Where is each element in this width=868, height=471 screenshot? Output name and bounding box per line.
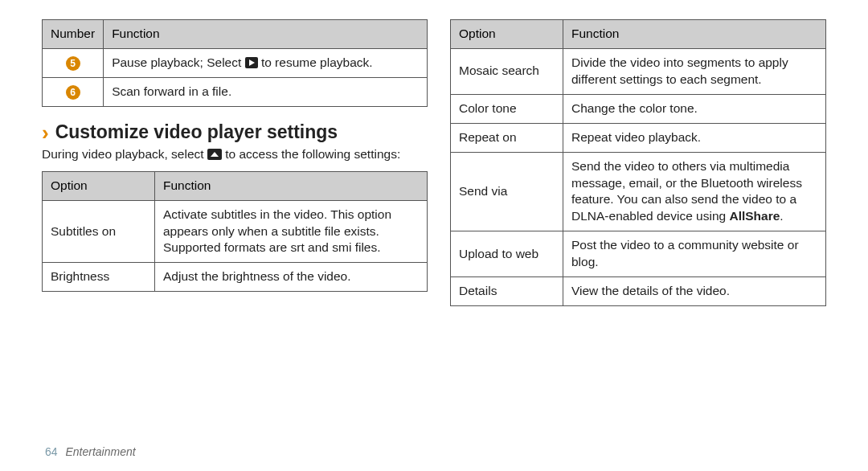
table-row: Brightness Adjust the brightness of the … <box>43 263 428 292</box>
function-cell: Divide the video into segments to apply … <box>563 48 826 94</box>
number-badge-5: 5 <box>66 56 80 71</box>
option-cell: Color tone <box>451 94 563 123</box>
tableB-header-function: Function <box>155 171 428 200</box>
option-cell: Send via <box>451 152 563 231</box>
tableC-header-option: Option <box>451 20 563 49</box>
function-cell: Pause playback; Select to resume playbac… <box>104 48 428 77</box>
table-row: Repeat on Repeat video playback. <box>451 123 826 152</box>
option-cell: Details <box>451 277 563 306</box>
function-cell: Activate subtitles in the video. This op… <box>155 200 428 263</box>
tableA-header-number: Number <box>43 20 104 49</box>
function-cell: Repeat video playback. <box>563 123 826 152</box>
option-cell: Upload to web <box>451 231 563 277</box>
function-cell: Adjust the brightness of the video. <box>155 263 428 292</box>
section-name: Entertainment <box>65 445 135 458</box>
section-heading: › Customize video player settings <box>42 121 428 143</box>
option-cell: Brightness <box>43 263 155 292</box>
tableB-header-option: Option <box>43 171 155 200</box>
tableA-header-function: Function <box>104 20 428 49</box>
page-footer: 64 Entertainment <box>45 445 136 458</box>
table-row: Send via Send the video to others via mu… <box>451 152 826 231</box>
option-function-table-right: Option Function Mosaic search Divide the… <box>450 19 826 306</box>
table-row: Subtitles on Activate subtitles in the v… <box>43 200 428 263</box>
section-lede: During video playback, select to access … <box>42 146 428 163</box>
play-icon <box>245 57 258 68</box>
option-function-table-left: Option Function Subtitles on Activate su… <box>42 171 428 293</box>
function-cell: Post the video to a community website or… <box>563 231 826 277</box>
option-cell: Subtitles on <box>43 200 155 263</box>
tableC-header-function: Function <box>563 20 826 49</box>
function-cell: View the details of the video. <box>563 277 826 306</box>
function-cell: Send the video to others via multimedia … <box>563 152 826 231</box>
number-function-table: Number Function 5 Pause playback; Select… <box>42 19 428 107</box>
table-row: Color tone Change the color tone. <box>451 94 826 123</box>
number-badge-6: 6 <box>66 85 80 100</box>
page: Number Function 5 Pause playback; Select… <box>0 0 868 471</box>
menu-icon <box>207 149 222 160</box>
table-row: Upload to web Post the video to a commun… <box>451 231 826 277</box>
left-column: Number Function 5 Pause playback; Select… <box>35 19 434 471</box>
option-cell: Repeat on <box>451 123 563 152</box>
table-row: Mosaic search Divide the video into segm… <box>451 48 826 94</box>
function-cell: Scan forward in a file. <box>104 77 428 106</box>
chevron-icon: › <box>42 122 49 143</box>
section-title: Customize video player settings <box>55 121 338 143</box>
page-number: 64 <box>45 445 58 458</box>
table-row: 6 Scan forward in a file. <box>43 77 428 106</box>
allshare-bold: AllShare <box>729 209 780 223</box>
option-cell: Mosaic search <box>451 48 563 94</box>
function-cell: Change the color tone. <box>563 94 826 123</box>
table-row: 5 Pause playback; Select to resume playb… <box>43 48 428 77</box>
table-row: Details View the details of the video. <box>451 277 826 306</box>
right-column: Option Function Mosaic search Divide the… <box>434 19 833 471</box>
